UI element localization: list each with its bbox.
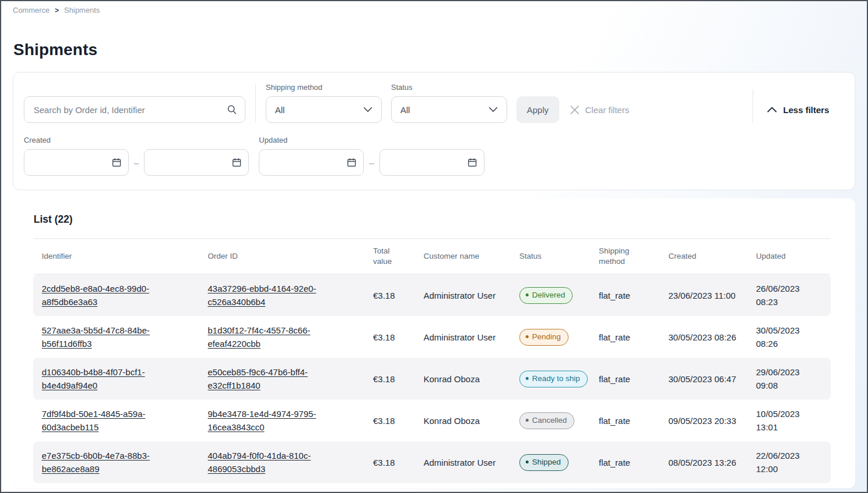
app-window: Commerce > Shipments Shipments Shipping … bbox=[0, 0, 868, 493]
created-cell: 30/05/2023 08:26 bbox=[660, 316, 747, 358]
updated-range-field: Updated – bbox=[259, 136, 484, 176]
status-dot-icon bbox=[526, 377, 529, 380]
updated-cell: 22/06/2023 12:00 bbox=[747, 441, 831, 483]
status-label: Status bbox=[391, 83, 507, 92]
created-cell: 09/05/2023 20:33 bbox=[660, 400, 747, 441]
filters-row-dates: Created – bbox=[24, 136, 829, 176]
table-row: e7e375cb-6b0b-4e7a-88b3-be862ace8a89 404… bbox=[33, 441, 831, 483]
range-separator: – bbox=[134, 158, 139, 168]
updated-cell: 30/05/2023 08:26 bbox=[747, 316, 831, 358]
less-filters-button[interactable]: Less filters bbox=[767, 96, 829, 123]
updated-cell: 26/06/2023 08:23 bbox=[747, 274, 831, 316]
table-row: 527aae3a-5b5d-47c8-84be-b56f11d6ffb3 b1d… bbox=[33, 316, 831, 358]
apply-button[interactable]: Apply bbox=[516, 96, 559, 123]
status-field: Status All bbox=[391, 83, 507, 123]
status-badge-label: Cancelled bbox=[532, 415, 567, 426]
order-id-cell: e50ceb85-f9c6-47b6-bff4-e32cff1b1840 bbox=[199, 358, 364, 400]
status-select[interactable]: All bbox=[391, 96, 507, 123]
created-from-input[interactable] bbox=[24, 149, 129, 176]
updated-from-input[interactable] bbox=[259, 149, 364, 176]
order-id-cell: 43a37296-ebbd-4164-92e0-c526a340b6b4 bbox=[199, 274, 364, 316]
breadcrumb: Commerce > Shipments bbox=[1, 1, 867, 14]
status-dot-icon bbox=[526, 419, 529, 422]
identifier-link[interactable]: e7e375cb-6b0b-4e7a-88b3-be862ace8a89 bbox=[42, 449, 190, 476]
shipping-method-cell: flat_rate bbox=[590, 274, 660, 316]
column-header-customer-name: Customer name bbox=[415, 239, 511, 274]
clear-filters-button[interactable]: Clear filters bbox=[570, 96, 630, 123]
customer-name-cell: Administrator User bbox=[415, 441, 511, 483]
close-icon bbox=[570, 105, 580, 115]
table-header-row: IdentifierOrder IDTotal valueCustomer na… bbox=[33, 238, 831, 274]
filters-panel: Shipping method All Status All bbox=[13, 72, 855, 190]
customer-name-cell: Administrator User bbox=[415, 316, 511, 358]
created-from-field bbox=[24, 149, 129, 176]
created-to-input[interactable] bbox=[144, 149, 249, 176]
status-badge-label: Ready to ship bbox=[532, 374, 580, 384]
created-range-field: Created – bbox=[24, 136, 249, 176]
column-header-order-id: Order ID bbox=[199, 239, 364, 274]
breadcrumb-item-commerce[interactable]: Commerce bbox=[13, 6, 50, 14]
table-row: 2cdd5eb8-e8a0-4ec8-99d0-a8f5db6e3a63 43a… bbox=[33, 274, 831, 316]
filter-divider bbox=[255, 85, 256, 123]
identifier-cell: d106340b-b4b8-4f07-bcf1-b4e4d9af94e0 bbox=[33, 358, 199, 400]
customer-name-cell: Konrad Oboza bbox=[415, 400, 511, 441]
order-id-link[interactable]: 404ab794-f0f0-41da-810c-4869053cbbd3 bbox=[208, 449, 356, 476]
status-cell: Pending bbox=[511, 316, 590, 358]
status-badge-label: Shipped bbox=[532, 457, 561, 467]
status-badge: Cancelled bbox=[519, 412, 574, 429]
identifier-cell: 527aae3a-5b5d-47c8-84be-b56f11d6ffb3 bbox=[33, 316, 199, 358]
list-panel: List (22) IdentifierOrder IDTotal valueC… bbox=[13, 198, 855, 488]
order-id-cell: 9b4e3478-1e4d-4974-9795-16cea3843cc0 bbox=[199, 400, 364, 441]
identifier-link[interactable]: 7df9f4bd-50e1-4845-a59a-60d3acbeb115 bbox=[42, 407, 190, 434]
column-header-created: Created bbox=[660, 239, 747, 274]
order-id-link[interactable]: b1d30f12-7f4c-4557-8c66-efeaf4220cbb bbox=[208, 324, 356, 351]
range-separator: – bbox=[369, 158, 374, 168]
column-header-total-value: Total value bbox=[364, 239, 415, 274]
identifier-cell: 7df9f4bd-50e1-4845-a59a-60d3acbeb115 bbox=[33, 400, 199, 441]
breadcrumb-item-shipments[interactable]: Shipments bbox=[64, 6, 100, 14]
status-cell: Shipped bbox=[511, 441, 590, 483]
order-id-link[interactable]: 43a37296-ebbd-4164-92e0-c526a340b6b4 bbox=[208, 282, 356, 309]
page-title: Shipments bbox=[13, 41, 867, 59]
column-header-identifier: Identifier bbox=[33, 239, 199, 274]
updated-to-input[interactable] bbox=[379, 149, 484, 176]
created-cell: 23/06/2023 11:00 bbox=[660, 274, 747, 316]
table-body: 2cdd5eb8-e8a0-4ec8-99d0-a8f5db6e3a63 43a… bbox=[33, 274, 831, 483]
column-header-updated: Updated bbox=[747, 239, 831, 274]
filter-divider bbox=[753, 89, 753, 123]
updated-from-field bbox=[259, 149, 364, 176]
order-id-link[interactable]: 9b4e3478-1e4d-4974-9795-16cea3843cc0 bbox=[208, 407, 356, 434]
shipping-method-select[interactable]: All bbox=[266, 96, 382, 123]
search-input[interactable] bbox=[24, 96, 245, 123]
customer-name-cell: Administrator User bbox=[415, 274, 511, 316]
identifier-cell: 2cdd5eb8-e8a0-4ec8-99d0-a8f5db6e3a63 bbox=[33, 274, 199, 316]
created-range-label: Created bbox=[24, 136, 249, 144]
identifier-link[interactable]: 527aae3a-5b5d-47c8-84be-b56f11d6ffb3 bbox=[42, 324, 190, 351]
table-row: 7df9f4bd-50e1-4845-a59a-60d3acbeb115 9b4… bbox=[33, 400, 831, 441]
created-to-field bbox=[144, 149, 249, 176]
status-badge-label: Delivered bbox=[532, 290, 565, 300]
total-value-cell: €3.18 bbox=[364, 316, 415, 358]
total-value-cell: €3.18 bbox=[364, 358, 415, 400]
updated-cell: 10/05/2023 13:01 bbox=[747, 400, 831, 441]
shipping-method-cell: flat_rate bbox=[590, 441, 660, 483]
status-badge: Pending bbox=[519, 329, 569, 346]
identifier-link[interactable]: 2cdd5eb8-e8a0-4ec8-99d0-a8f5db6e3a63 bbox=[42, 282, 190, 309]
breadcrumb-separator-icon: > bbox=[55, 6, 59, 14]
less-filters-label: Less filters bbox=[783, 105, 829, 115]
status-badge-label: Pending bbox=[532, 332, 561, 342]
identifier-cell: e7e375cb-6b0b-4e7a-88b3-be862ace8a89 bbox=[33, 441, 199, 483]
status-dot-icon bbox=[526, 293, 529, 296]
order-id-cell: 404ab794-f0f0-41da-810c-4869053cbbd3 bbox=[199, 441, 364, 483]
status-cell: Delivered bbox=[511, 274, 590, 316]
status-badge: Delivered bbox=[519, 287, 573, 304]
chevron-down-icon bbox=[489, 107, 498, 113]
order-id-cell: b1d30f12-7f4c-4557-8c66-efeaf4220cbb bbox=[199, 316, 364, 358]
order-id-link[interactable]: e50ceb85-f9c6-47b6-bff4-e32cff1b1840 bbox=[208, 365, 356, 393]
list-title: List (22) bbox=[34, 213, 829, 226]
identifier-link[interactable]: d106340b-b4b8-4f07-bcf1-b4e4d9af94e0 bbox=[42, 365, 190, 393]
status-cell: Ready to ship bbox=[511, 358, 590, 400]
chevron-down-icon bbox=[363, 107, 372, 113]
status-dot-icon bbox=[526, 461, 529, 463]
shipping-method-cell: flat_rate bbox=[590, 316, 660, 358]
